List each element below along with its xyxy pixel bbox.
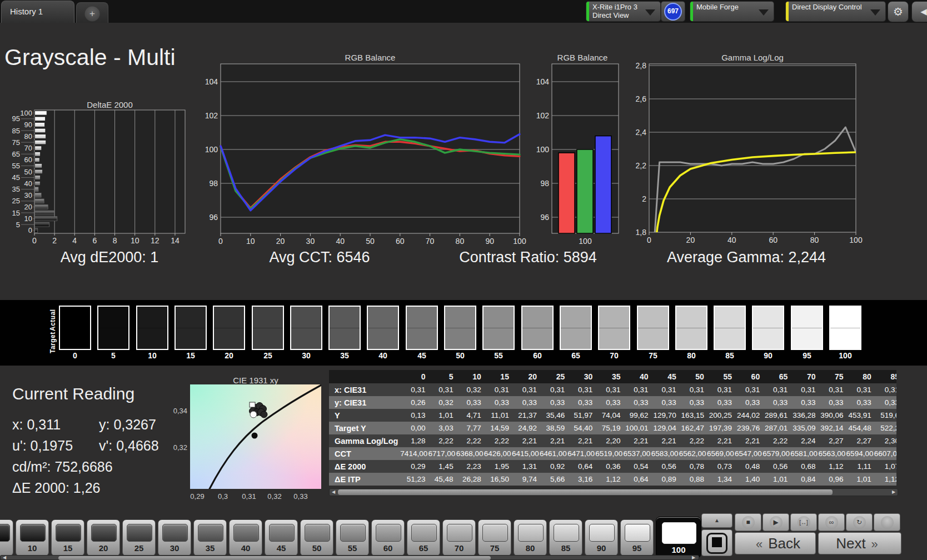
svg-text:70: 70 <box>426 237 435 246</box>
table-cell: 244,02 <box>735 409 762 422</box>
loop-button[interactable]: ∞ <box>818 513 845 531</box>
table-cell: 11,01 <box>484 409 512 422</box>
target-patch <box>715 328 745 349</box>
table-cell: 2,22 <box>679 434 707 447</box>
row-label: ΔE ITP <box>329 473 400 486</box>
pattern-level-button-85[interactable]: 85 <box>549 519 582 556</box>
svg-text:102: 102 <box>536 111 550 120</box>
pattern-preview-swatch <box>20 524 46 542</box>
pattern-level-button-90[interactable]: 90 <box>585 519 618 556</box>
scroll-right-icon[interactable]: ▶ <box>890 489 898 496</box>
target-patch <box>291 328 321 349</box>
deltae-chart-title: DeltaE 2000 <box>34 100 185 109</box>
table-cell: 6547,00 <box>735 447 762 460</box>
pattern-level-button-45[interactable]: 45 <box>265 519 298 556</box>
table-cell: 0,33 <box>874 396 896 409</box>
pattern-scrollbar-thumb[interactable] <box>58 556 491 560</box>
avg-de2000-stat: Avg dE2000: 1 <box>61 249 159 266</box>
pattern-level-button-55[interactable]: 55 <box>336 519 369 556</box>
meter-count-button[interactable]: 697 <box>661 2 685 21</box>
table-scrollbar-thumb[interactable] <box>338 489 833 495</box>
pattern-preview-swatch <box>625 524 650 542</box>
gray-swatch-25 <box>252 306 284 350</box>
stop-button[interactable]: ■ <box>735 513 761 531</box>
reading-v-prime: v': 0,4668 <box>99 438 159 454</box>
svg-text:12: 12 <box>151 236 160 245</box>
table-cell: 0,31 <box>595 383 623 396</box>
svg-text:45: 45 <box>12 173 20 182</box>
scroll-left-icon[interactable]: ◀ <box>330 489 337 496</box>
table-cell: 0,33 <box>846 396 874 409</box>
pattern-level-button-75[interactable]: 75 <box>478 519 511 556</box>
table-cell: 6471,00 <box>567 447 595 460</box>
scroll-left-icon[interactable]: ◀ <box>1 556 8 560</box>
pattern-level-label: 55 <box>336 543 368 553</box>
gray-swatch-35 <box>328 306 361 350</box>
table-scrollbar[interactable]: ◀ ▶ <box>329 488 898 496</box>
svg-text:85: 85 <box>12 127 20 135</box>
pattern-level-label: 10 <box>16 543 48 553</box>
pattern-bar-scrollbar[interactable]: ◀ ▶ <box>0 555 699 560</box>
display-control-dropdown[interactable]: Direct Display Control <box>786 2 885 21</box>
table-cell: 0,31 <box>818 383 846 396</box>
chevron-down-icon <box>870 9 880 16</box>
gray-swatch-30 <box>290 306 322 350</box>
source-dropdown[interactable]: Mobile Forge <box>690 2 774 21</box>
gray-swatch-100 <box>829 306 861 350</box>
actual-patch <box>484 307 514 328</box>
back-button[interactable]: «Back <box>735 532 816 554</box>
pattern-level-button-95[interactable]: 95 <box>620 519 654 556</box>
actual-row-label: Actual <box>49 308 57 331</box>
table-cell: 0,96 <box>818 473 846 486</box>
pattern-level-button-80[interactable]: 80 <box>514 519 547 556</box>
actual-patch <box>676 307 706 328</box>
pattern-level-button-10[interactable]: 10 <box>16 519 49 556</box>
next-button[interactable]: Next» <box>818 532 901 554</box>
pattern-level-button-5[interactable]: 5 <box>0 519 13 556</box>
pattern-level-button-35[interactable]: 35 <box>193 519 227 556</box>
gamma-chart-canvas: 1,822,22,42,62,8020406080100 <box>628 53 866 249</box>
pattern-level-button-100[interactable]: 100 <box>656 517 701 558</box>
play-button[interactable]: ▶ <box>762 513 789 531</box>
svg-text:90: 90 <box>24 121 32 129</box>
current-reading-title: Current Reading <box>12 384 134 403</box>
status-stripe <box>786 2 789 21</box>
pattern-level-button-20[interactable]: 20 <box>87 519 120 556</box>
table-cell: 74,04 <box>595 409 623 422</box>
cie-ytick-032: 0,32 <box>164 443 187 452</box>
pattern-level-button-60[interactable]: 60 <box>371 519 405 556</box>
table-cell: 6537,00 <box>623 447 651 460</box>
extra-button[interactable] <box>874 513 900 531</box>
settings-button[interactable]: ⚙ <box>888 1 909 22</box>
swatch-label: 20 <box>211 351 247 360</box>
pattern-level-button-25[interactable]: 25 <box>122 519 156 556</box>
pattern-level-button-70[interactable]: 70 <box>442 519 476 556</box>
add-tab-button[interactable]: + <box>76 2 108 23</box>
pattern-level-button-65[interactable]: 65 <box>407 519 440 556</box>
table-cell: 0,48 <box>735 460 762 473</box>
table-cell: 0,31 <box>846 383 874 396</box>
scroll-right-icon[interactable]: ▶ <box>690 556 697 560</box>
actual-patch <box>214 307 244 328</box>
pattern-level-button-50[interactable]: 50 <box>300 519 333 556</box>
status-stripe <box>586 2 589 21</box>
expand-up-button[interactable]: ▲ <box>701 513 732 528</box>
gray-swatch-20 <box>213 306 245 350</box>
pattern-level-button-30[interactable]: 30 <box>158 519 191 556</box>
swatch-label: 15 <box>172 351 209 360</box>
table-cell: 100,01 <box>623 422 651 434</box>
collapse-panel-button[interactable]: ◀ <box>911 1 927 22</box>
pattern-window-button[interactable] <box>701 529 732 556</box>
meter-dropdown-probe[interactable]: X-Rite i1Pro 3Direct View <box>586 2 660 21</box>
pattern-level-button-15[interactable]: 15 <box>51 519 84 556</box>
refresh-button[interactable]: ↻ <box>846 513 873 531</box>
column-header: 25 <box>540 370 567 383</box>
range-button[interactable]: [↔] <box>790 513 817 531</box>
target-patch <box>792 328 822 349</box>
history-tab[interactable]: History 1 <box>1 1 74 23</box>
gray-swatch-90 <box>752 306 784 350</box>
table-cell: 3,03 <box>428 422 456 434</box>
table-row: Target Y0,003,037,7714,5924,9238,5954,40… <box>329 422 896 434</box>
pattern-level-button-40[interactable]: 40 <box>229 519 262 556</box>
deltae-chart-canvas: 0246810121405101520253035404550556065707… <box>0 100 195 249</box>
